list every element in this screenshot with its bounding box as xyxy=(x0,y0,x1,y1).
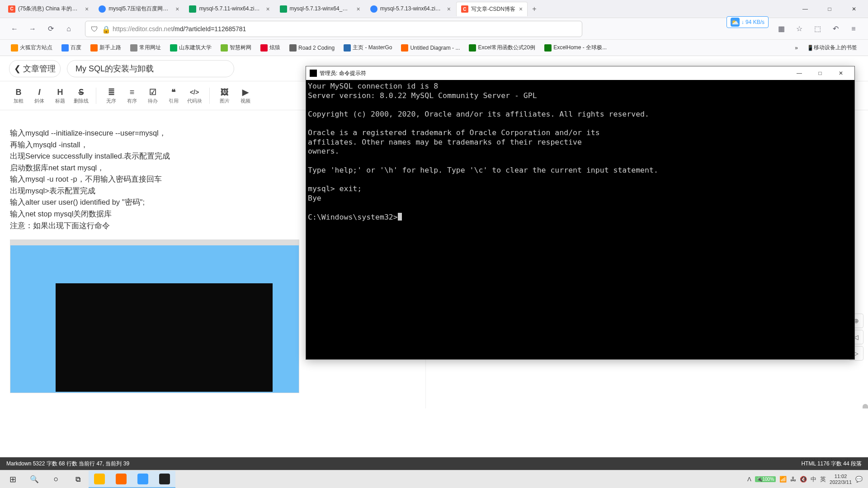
ime-pin[interactable]: 英 xyxy=(820,475,826,483)
undo-icon[interactable]: ↶ xyxy=(828,22,843,36)
bookmark-item[interactable]: ExcelHome - 全球极... xyxy=(541,42,610,53)
cmd-maximize[interactable]: □ xyxy=(810,67,830,80)
bookmark-item[interactable]: 新手上路 xyxy=(87,42,125,53)
browser-tab[interactable]: C写文章-CSDN博客× xyxy=(456,2,528,16)
browser-tab[interactable]: mysql-5.7.11-winx64.zip_百...× xyxy=(184,2,274,16)
quote-button[interactable]: ❝引用 xyxy=(164,84,183,108)
article-title-input[interactable]: My SQL的安装与卸载 xyxy=(67,60,234,77)
bookmark-item[interactable]: 常用网址 xyxy=(127,42,165,53)
wifi-icon[interactable]: 📶 xyxy=(779,476,787,483)
video-button[interactable]: ▶视频 xyxy=(236,84,255,108)
bookmark-item[interactable]: 火狐官方站点 xyxy=(7,42,56,53)
taskbar-app-firefox[interactable] xyxy=(110,471,132,488)
bookmark-item[interactable]: Road 2 Coding xyxy=(286,42,338,53)
cmd-titlebar[interactable]: 管理员: 命令提示符 — □ ✕ xyxy=(306,66,854,80)
tab-close-icon[interactable]: × xyxy=(447,5,451,13)
image-button[interactable]: 🖼图片 xyxy=(215,84,234,108)
taskbar-app-cmd[interactable] xyxy=(154,471,175,488)
bookmark-item[interactable]: 百度 xyxy=(58,42,85,53)
net-icon[interactable]: 🖧 xyxy=(790,476,796,483)
search-button[interactable]: 🔍 xyxy=(24,471,45,488)
bookmarks-overflow[interactable]: » xyxy=(791,43,802,53)
bookmarks-bar: 火狐官方站点百度新手上路常用网址山东建筑大学智慧树网炫猿Road 2 Codin… xyxy=(0,40,868,56)
bookmark-item[interactable]: Excel常用函数公式20例 xyxy=(465,42,539,53)
menu-icon[interactable]: ≡ xyxy=(846,22,861,36)
taskbar-app-baidunetdisk[interactable] xyxy=(132,471,154,488)
notification-icon[interactable]: 💬 xyxy=(855,476,863,483)
tab-close-icon[interactable]: × xyxy=(85,5,89,13)
mobile-bookmarks[interactable]: 📱 移动设备上的书签 xyxy=(803,42,861,53)
taskview-button[interactable]: ⧉ xyxy=(67,471,89,488)
shield-icon: 🛡 xyxy=(91,25,98,33)
bookmark-star-icon[interactable]: ☆ xyxy=(792,22,807,36)
speed-value: ↓ 94 KB/s xyxy=(741,19,764,25)
italic-button[interactable]: I斜体 xyxy=(30,84,49,108)
bookmark-item[interactable]: 智慧树网 xyxy=(217,42,255,53)
nav-back[interactable]: ← xyxy=(7,22,22,36)
cmd-minimize[interactable]: — xyxy=(789,67,809,80)
browser-tab[interactable]: C(75条消息) China 丰的博客_C...× xyxy=(4,2,93,16)
watermark: CSDN @China·丰 xyxy=(800,457,851,465)
window-maximize[interactable]: □ xyxy=(819,2,840,16)
cmd-icon xyxy=(310,70,317,77)
tab-close-icon[interactable]: × xyxy=(266,5,269,13)
url-input[interactable]: 🛡 🔒 https://editor.csdn.net/md/?articleI… xyxy=(85,21,582,37)
download-speed-badge: ⛅ ↓ 94 KB/s xyxy=(726,16,769,28)
new-tab-button[interactable]: + xyxy=(528,5,540,13)
nav-reload[interactable]: ⟳ xyxy=(43,22,58,36)
bookmark-item[interactable]: 主页 - MasterGo xyxy=(340,42,396,53)
extension-icon[interactable]: ⬚ xyxy=(810,22,825,36)
ime-zh[interactable]: 中 xyxy=(811,475,816,483)
nav-home[interactable]: ⌂ xyxy=(61,22,76,36)
strike-button[interactable]: S̶删除线 xyxy=(71,84,90,108)
start-button[interactable]: ⊞ xyxy=(2,471,24,488)
bookmark-item[interactable]: 炫猿 xyxy=(257,42,284,53)
system-tray[interactable]: ᐱ 🔌100% 📶 🖧 🔇 中 英 11:022022/3/11 💬 xyxy=(747,474,866,484)
mobile-icon: 📱 xyxy=(807,45,814,51)
ul-button[interactable]: ≣无序 xyxy=(102,84,121,108)
volume-icon[interactable]: 🔇 xyxy=(800,476,807,483)
scrollbar-thumb[interactable] xyxy=(863,404,868,408)
tab-close-icon[interactable]: × xyxy=(175,5,179,13)
cortana-button[interactable]: ○ xyxy=(45,471,67,488)
browser-tab[interactable]: mysql-5.7.13-winx64_百度网...× xyxy=(275,2,365,16)
status-left: Markdown 5322 字数 68 行数 当前行 47, 当前列 39 xyxy=(6,460,129,468)
window-minimize[interactable]: — xyxy=(795,2,816,16)
cmd-close[interactable]: ✕ xyxy=(831,67,851,80)
taskbar-app-explorer[interactable] xyxy=(89,471,110,488)
embedded-image-1 xyxy=(10,239,299,393)
ol-button[interactable]: ≡有序 xyxy=(123,84,142,108)
tab-close-icon[interactable]: × xyxy=(519,5,523,13)
bold-button[interactable]: B加粗 xyxy=(9,84,28,108)
window-close[interactable]: ✕ xyxy=(844,2,864,16)
clock[interactable]: 11:022022/3/11 xyxy=(830,474,852,484)
tray-up-icon[interactable]: ᐱ xyxy=(747,476,751,483)
cmd-output: Your MySQL connection id is 8 Server ver… xyxy=(306,80,854,224)
cmd-window[interactable]: 管理员: 命令提示符 — □ ✕ Your MySQL connection i… xyxy=(306,66,855,360)
bookmark-item[interactable]: Untitled Diagram - ... xyxy=(397,42,463,53)
editor-status-bar: Markdown 5322 字数 68 行数 当前行 47, 当前列 39 HT… xyxy=(0,457,868,470)
cmd-title-text: 管理员: 命令提示符 xyxy=(320,70,366,77)
battery-icon[interactable]: 🔌100% xyxy=(755,476,776,482)
browser-tab-strip: C(75条消息) China 丰的博客_C...×mysql5.7压缩包百度网盘… xyxy=(0,0,868,18)
browser-tab[interactable]: mysql5.7压缩包百度网盘_百...× xyxy=(94,2,184,16)
back-to-articles[interactable]: ❮ 文章管理 xyxy=(9,60,61,77)
nav-forward[interactable]: → xyxy=(25,22,40,36)
lock-icon: 🔒 xyxy=(102,25,109,33)
browser-tab[interactable]: mysql-5.7.13-winx64.zip_免...× xyxy=(366,2,455,16)
cloud-icon: ⛅ xyxy=(731,18,740,27)
tab-close-icon[interactable]: × xyxy=(357,5,360,13)
bookmark-item[interactable]: 山东建筑大学 xyxy=(166,42,215,53)
todo-button[interactable]: ☑待办 xyxy=(143,84,162,108)
windows-taskbar: ⊞ 🔍 ○ ⧉ ᐱ 🔌100% 📶 🖧 🔇 中 英 11:022022/3/11… xyxy=(0,470,868,488)
heading-button[interactable]: H标题 xyxy=(51,84,70,108)
qr-icon[interactable]: ▦ xyxy=(774,22,788,36)
code-button[interactable]: </>代码块 xyxy=(185,84,204,108)
